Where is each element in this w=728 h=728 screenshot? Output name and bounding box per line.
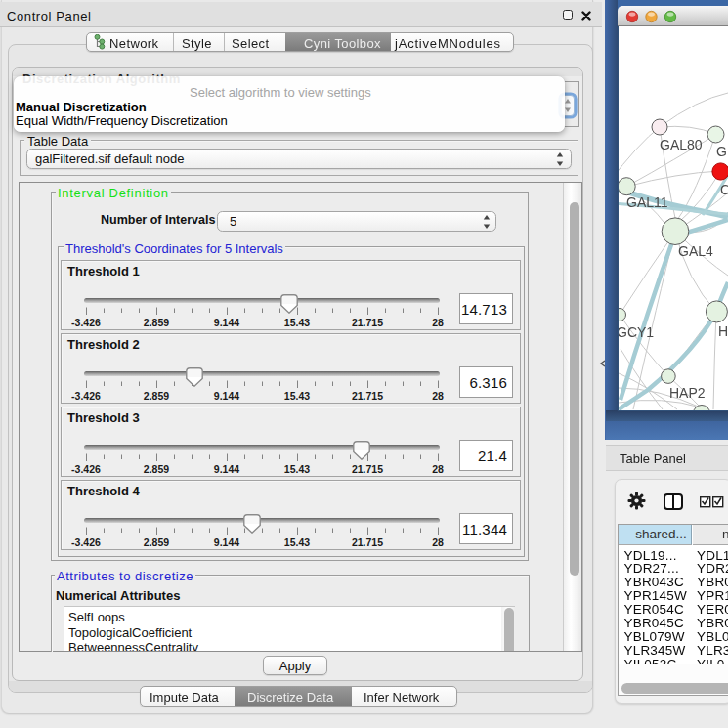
svg-text:GAL11: GAL11 bbox=[626, 194, 668, 210]
svg-text:GAL80: GAL80 bbox=[660, 137, 703, 152]
svg-text:G: G bbox=[716, 144, 727, 159]
svg-text:HAP2: HAP2 bbox=[669, 385, 706, 401]
svg-text:GAL4: GAL4 bbox=[678, 243, 713, 259]
svg-text:GCY1: GCY1 bbox=[619, 324, 654, 340]
svg-text:H: H bbox=[718, 323, 728, 339]
svg-text:C: C bbox=[720, 182, 728, 197]
